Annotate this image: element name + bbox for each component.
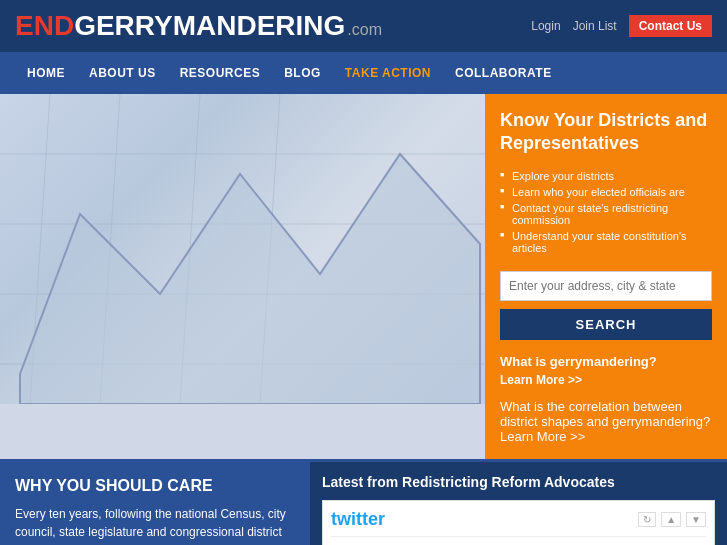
learn-more-1[interactable]: Learn More >> bbox=[500, 373, 712, 387]
bullet-2: Learn who your elected officials are bbox=[500, 184, 712, 200]
why-care-section: WHY YOU SHOULD CARE Every ten years, fol… bbox=[0, 462, 310, 545]
nav-about[interactable]: ABOUT US bbox=[77, 52, 168, 94]
twitter-refresh[interactable]: ↻ bbox=[638, 512, 656, 527]
top-links: Login Join List Contact Us bbox=[531, 15, 712, 37]
header: END GERRYMANDERING .com Login Join List … bbox=[0, 0, 727, 52]
bottom-section: WHY YOU SHOULD CARE Every ten years, fol… bbox=[0, 459, 727, 545]
twitter-scroll-down[interactable]: ▼ bbox=[686, 512, 706, 527]
join-link[interactable]: Join List bbox=[573, 19, 617, 33]
twitter-controls: ↻ ▲ ▼ bbox=[638, 512, 706, 527]
search-button[interactable]: SEARCH bbox=[500, 309, 712, 340]
logo-end: END bbox=[15, 10, 74, 42]
question-1-text: What is gerrymandering? bbox=[500, 354, 712, 369]
logo: END GERRYMANDERING .com bbox=[15, 10, 382, 42]
sidebar-bullet-list: Explore your districts Learn who your el… bbox=[500, 168, 712, 256]
logo-rest: GERRYMANDERING bbox=[74, 10, 345, 42]
bullet-4: Understand your state constitution's art… bbox=[500, 228, 712, 256]
map-svg bbox=[0, 94, 485, 404]
twitter-widget: twitter ↻ ▲ ▼ endgerrymander: Hispanic g… bbox=[322, 500, 715, 545]
contact-link[interactable]: Contact Us bbox=[629, 15, 712, 37]
map-area bbox=[0, 94, 485, 459]
main-content: Know Your Districts and Representatives … bbox=[0, 94, 727, 459]
map-background bbox=[0, 94, 485, 404]
nav-collaborate[interactable]: COLLABORATE bbox=[443, 52, 564, 94]
learn-more-2[interactable]: Learn More >> bbox=[500, 429, 712, 444]
why-care-title: WHY YOU SHOULD CARE bbox=[15, 477, 295, 495]
twitter-scroll-up[interactable]: ▲ bbox=[661, 512, 681, 527]
login-link[interactable]: Login bbox=[531, 19, 560, 33]
sidebar-question-1: What is gerrymandering? Learn More >> bbox=[500, 354, 712, 387]
nav-blog[interactable]: BLOG bbox=[272, 52, 333, 94]
nav-home[interactable]: HOME bbox=[15, 52, 77, 94]
address-input[interactable] bbox=[500, 271, 712, 301]
question-2-text: What is the correlation between district… bbox=[500, 399, 712, 429]
sidebar: Know Your Districts and Representatives … bbox=[485, 94, 727, 459]
bullet-1: Explore your districts bbox=[500, 168, 712, 184]
svg-marker-8 bbox=[20, 154, 480, 404]
bullet-3: Contact your state's redistricting commi… bbox=[500, 200, 712, 228]
twitter-header: twitter ↻ ▲ ▼ bbox=[331, 509, 706, 537]
why-care-body: Every ten years, following the national … bbox=[15, 505, 295, 545]
nav-resources[interactable]: RESOURCES bbox=[168, 52, 273, 94]
logo-com: .com bbox=[347, 21, 382, 39]
nav-take-action[interactable]: TAKE ACTION bbox=[333, 52, 443, 94]
main-nav: HOME ABOUT US RESOURCES BLOG TAKE ACTION… bbox=[0, 52, 727, 94]
twitter-section-title: Latest from Redistricting Reform Advocat… bbox=[322, 474, 715, 490]
twitter-section: Latest from Redistricting Reform Advocat… bbox=[310, 462, 727, 545]
twitter-logo: twitter bbox=[331, 509, 385, 530]
sidebar-title: Know Your Districts and Representatives bbox=[500, 109, 712, 156]
sidebar-question-2: What is the correlation between district… bbox=[500, 399, 712, 444]
